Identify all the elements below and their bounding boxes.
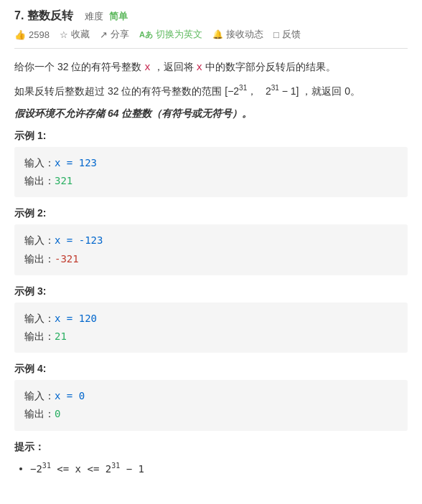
title-row: 7. 整数反转 难度 简单 👍 2598 ☆ 收藏 ↗ 分享 Aあ 切换为英文 … (14, 9, 408, 41)
example-3: 示例 3: 输入：x = 120 输出：21 (14, 285, 408, 353)
toolbar: 👍 2598 ☆ 收藏 ↗ 分享 Aあ 切换为英文 🔔 接收动态 □ 反馈 (14, 28, 301, 41)
example-4-label: 示例 4: (14, 363, 408, 376)
feedback-icon: □ (273, 29, 279, 40)
example-1-output: 输出：321 (24, 172, 398, 190)
share-label: 分享 (111, 28, 129, 41)
page-container: 7. 整数反转 难度 简单 👍 2598 ☆ 收藏 ↗ 分享 Aあ 切换为英文 … (0, 0, 422, 495)
inline-code-x2: x (196, 61, 202, 72)
example-4: 示例 4: 输入：x = 0 输出：0 (14, 363, 408, 430)
hint-section: 提示： −231 <= x <= 231 − 1 (14, 441, 408, 478)
example-1: 示例 1: 输入：x = 123 输出：321 (14, 130, 408, 197)
example-3-output: 输出：21 (24, 328, 398, 346)
difficulty-label: 难度 (85, 10, 103, 23)
like-button[interactable]: 👍 2598 (14, 29, 50, 40)
feedback-label: 反馈 (282, 28, 301, 41)
switch-lang-button[interactable]: Aあ 切换为英文 (139, 28, 202, 41)
inline-code-x1: x (144, 61, 150, 72)
example-4-input: 输入：x = 0 (24, 387, 398, 405)
description: 给你一个 32 位的有符号整数 x ，返回将 x 中的数字部分反转后的结果。 如… (14, 59, 408, 123)
hint-label: 提示： (14, 441, 408, 454)
example-2-input: 输入：x = -123 (24, 232, 398, 249)
example-3-input: 输入：x = 120 (24, 310, 398, 328)
example-1-input: 输入：x = 123 (24, 154, 398, 172)
example-3-label: 示例 3: (14, 285, 408, 298)
share-icon: ↗ (100, 29, 108, 40)
example-1-box: 输入：x = 123 输出：321 (14, 147, 408, 197)
collect-button[interactable]: ☆ 收藏 (60, 28, 90, 41)
subscribe-button[interactable]: 🔔 接收动态 (212, 28, 263, 41)
hint-list: −231 <= x <= 231 − 1 (14, 460, 408, 478)
example-3-box: 输入：x = 120 输出：21 (14, 303, 408, 353)
subscribe-label: 接收动态 (226, 28, 263, 41)
switch-lang-label: 切换为英文 (156, 28, 202, 41)
translate-icon: Aあ (139, 29, 153, 40)
example-2-label: 示例 2: (14, 207, 408, 220)
star-icon: ☆ (60, 29, 68, 40)
thumb-icon: 👍 (14, 29, 26, 40)
desc-line-3: 假设环境不允许存储 64 位整数（有符号或无符号）。 (14, 105, 408, 123)
example-2-output: 输出：-321 (24, 250, 398, 268)
example-2-box: 输入：x = -123 输出：-321 (14, 224, 408, 275)
desc-line-2: 如果反转后整数超过 32 位的有符号整数的范围 [−231， 231 − 1] … (14, 82, 408, 100)
collect-label: 收藏 (71, 28, 90, 41)
example-4-box: 输入：x = 0 输出：0 (14, 380, 408, 430)
problem-title: 7. 整数反转 (14, 9, 73, 24)
example-4-output: 输出：0 (24, 405, 398, 423)
bell-icon: 🔔 (212, 29, 223, 39)
like-count: 2598 (29, 29, 50, 40)
hint-item-1: −231 <= x <= 231 − 1 (30, 460, 408, 478)
feedback-button[interactable]: □ 反馈 (273, 28, 301, 41)
example-1-label: 示例 1: (14, 130, 408, 143)
header-divider (14, 48, 408, 49)
example-2: 示例 2: 输入：x = -123 输出：-321 (14, 207, 408, 275)
share-button[interactable]: ↗ 分享 (100, 28, 129, 41)
desc-line-1: 给你一个 32 位的有符号整数 x ，返回将 x 中的数字部分反转后的结果。 (14, 59, 408, 76)
difficulty-value: 简单 (109, 10, 128, 23)
